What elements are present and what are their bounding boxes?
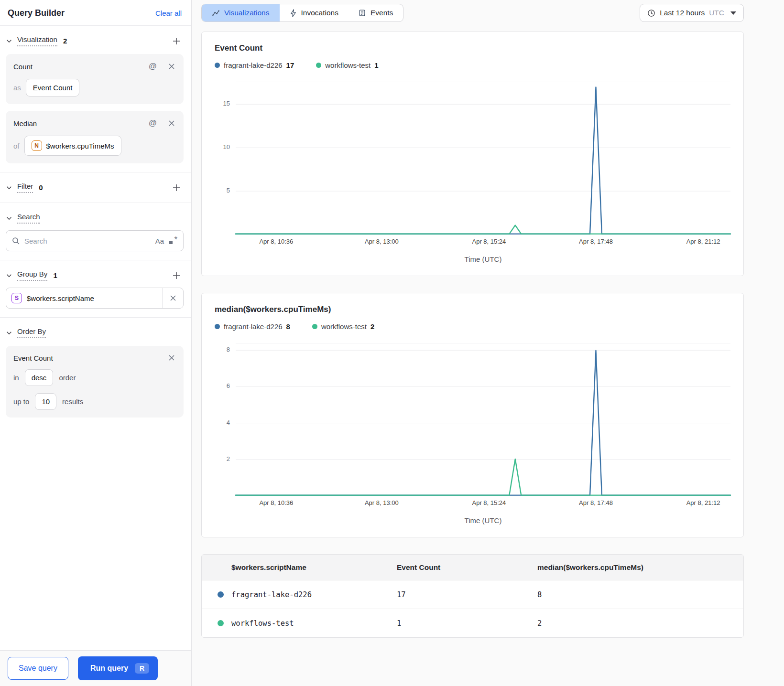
group-by-field: $workers.scriptName — [27, 294, 162, 302]
y-tick-label: 8 — [227, 346, 230, 353]
tab-invocations[interactable]: Invocations — [280, 4, 348, 21]
tab-events[interactable]: Events — [348, 4, 403, 21]
tab-label: Events — [370, 9, 393, 17]
x-tick-label: Apr 8, 13:00 — [365, 499, 399, 506]
up-to-label: up to — [13, 397, 29, 406]
regex-icon[interactable]: * — [169, 236, 177, 245]
chevron-down-icon[interactable] — [6, 38, 12, 44]
x-axis-title: Time (UTC) — [236, 510, 730, 525]
regex-square — [169, 241, 173, 244]
field-selector-box[interactable]: N $workers.cpuTimeMs — [24, 136, 121, 156]
clock-icon — [647, 9, 655, 17]
legend-item[interactable]: workflows-test1 — [316, 61, 378, 69]
x-tick-label: Apr 8, 13:00 — [365, 238, 399, 245]
x-tick-label: Apr 8, 21:12 — [686, 238, 720, 245]
direction-selector[interactable]: desc — [25, 369, 54, 386]
chevron-down-icon[interactable] — [6, 215, 12, 222]
group-by-item[interactable]: S $workers.scriptName — [6, 288, 184, 309]
tab-visualizations[interactable]: Visualizations — [202, 4, 280, 21]
table-column-header: $workers.scriptName — [231, 563, 397, 572]
plus-icon — [172, 271, 181, 280]
table-column-header: Event Count — [397, 563, 537, 572]
save-query-button[interactable]: Save query — [8, 657, 68, 680]
alias-button[interactable]: @ — [149, 62, 157, 71]
table-row[interactable]: workflows-test12 — [202, 609, 743, 637]
legend-dot-icon — [316, 63, 321, 68]
series-line — [236, 225, 730, 234]
x-tick-label: Apr 8, 17:48 — [579, 499, 613, 506]
table-cell: workflows-test — [231, 619, 397, 628]
add-filter-button[interactable] — [171, 182, 182, 193]
time-range-label: Last 12 hours — [660, 9, 705, 17]
visualization-card-title: Median — [13, 119, 37, 128]
search-input[interactable] — [24, 237, 151, 245]
section-order-by: Order By Event Count in desc order — [0, 318, 191, 426]
legend-item[interactable]: workflows-test2 — [312, 322, 374, 331]
plot-area — [236, 343, 730, 496]
legend-item[interactable]: fragrant-lake-d22617 — [215, 61, 294, 69]
plus-icon — [172, 37, 181, 45]
chart-legend: fragrant-lake-d22617workflows-test1 — [215, 61, 730, 69]
section-order-by-label: Order By — [17, 327, 46, 338]
section-filter: Filter 0 — [0, 172, 191, 203]
section-group-by-count: 1 — [53, 271, 57, 279]
alias-button[interactable]: @ — [149, 118, 157, 128]
run-shortcut-badge: R — [135, 663, 149, 674]
x-tick-label: Apr 8, 10:36 — [259, 499, 293, 506]
remove-visualization-button[interactable] — [167, 62, 176, 71]
main-content: Visualizations Invocations Events — [192, 0, 784, 686]
order-by-card: Event Count in desc order up to 10 resul… — [6, 346, 184, 418]
add-group-by-button[interactable] — [171, 270, 182, 281]
section-filter-count: 0 — [39, 183, 43, 192]
legend-series-name: fragrant-lake-d226 — [224, 322, 283, 331]
section-group-by-label: Group By — [17, 270, 47, 281]
sidebar-scroll-area: Visualization 2 Count @ as — [0, 26, 191, 650]
clear-all-link[interactable]: Clear all — [155, 9, 182, 17]
field-name: $workers.cpuTimeMs — [46, 142, 114, 150]
search-icon — [12, 237, 20, 245]
legend-series-name: fragrant-lake-d226 — [224, 61, 283, 69]
series-dot-icon — [218, 591, 224, 598]
document-icon — [359, 9, 366, 17]
view-tabs: Visualizations Invocations Events — [201, 4, 403, 22]
as-label: as — [13, 84, 21, 92]
chevron-down-icon[interactable] — [6, 184, 12, 191]
visualization-card-count: Count @ as Event Count — [6, 54, 184, 104]
x-tick-label: Apr 8, 17:48 — [579, 238, 613, 245]
table-row[interactable]: fragrant-lake-d226178 — [202, 580, 743, 609]
chevron-down-icon[interactable] — [6, 272, 12, 279]
x-axis-title: Time (UTC) — [236, 248, 730, 263]
alias-value-box[interactable]: Event Count — [26, 79, 80, 96]
remove-group-by-button[interactable] — [162, 288, 183, 308]
section-visualization-count: 2 — [63, 37, 67, 45]
results-table-card: $workers.scriptNameEvent Countmedian($wo… — [201, 554, 744, 638]
add-visualization-button[interactable] — [171, 36, 182, 46]
x-tick-label: Apr 8, 21:12 — [686, 499, 720, 506]
sidebar-header: Query Builder Clear all — [0, 0, 191, 26]
match-case-icon[interactable]: Aa — [155, 237, 164, 245]
topbar: Visualizations Invocations Events — [201, 4, 744, 22]
legend-dot-icon — [215, 324, 220, 329]
remove-order-by-button[interactable] — [167, 354, 176, 362]
series-line — [236, 87, 730, 234]
section-search-label: Search — [17, 213, 40, 224]
time-range-button[interactable]: Last 12 hours UTC — [640, 4, 744, 22]
chevron-down-icon[interactable] — [6, 330, 12, 336]
remove-visualization-button[interactable] — [167, 119, 176, 128]
y-tick-label: 2 — [227, 455, 230, 462]
query-builder-sidebar: Query Builder Clear all Visualization 2 … — [0, 0, 192, 686]
series-line — [236, 459, 730, 495]
search-box: Aa * — [6, 230, 184, 251]
limit-input[interactable]: 10 — [35, 393, 56, 410]
number-type-icon: N — [32, 140, 42, 151]
legend-series-value: 2 — [370, 322, 374, 331]
table-column-header: median($workers.cpuTimeMs) — [537, 563, 743, 572]
legend-item[interactable]: fragrant-lake-d2268 — [215, 322, 290, 331]
plus-icon — [172, 183, 181, 192]
run-query-button[interactable]: Run query R — [78, 656, 158, 680]
close-icon — [168, 354, 175, 362]
chart-title: median($workers.cpuTimeMs) — [215, 305, 730, 314]
legend-series-value: 17 — [286, 61, 294, 69]
visualization-card-median: Median @ of N $workers.cpuTimeMs — [6, 111, 184, 163]
run-query-label: Run query — [90, 664, 128, 673]
